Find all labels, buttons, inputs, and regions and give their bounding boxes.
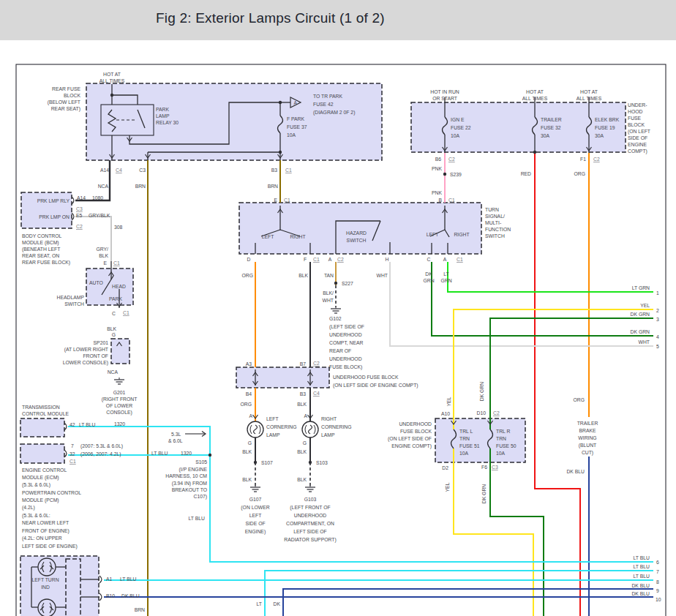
label: RED xyxy=(521,171,531,176)
wire-dkblu-9 xyxy=(283,589,653,616)
label: ALL TIMES xyxy=(99,78,125,83)
label: ENGINE) xyxy=(245,529,266,535)
label: FUSE 51 xyxy=(459,443,480,448)
wire-red xyxy=(535,153,580,616)
label: E xyxy=(103,260,107,266)
label: LAMP xyxy=(321,432,335,437)
label: PRK LMP ON xyxy=(39,214,70,219)
label: LT BLU xyxy=(189,516,206,521)
label: & 6.0L xyxy=(168,438,183,443)
label: (4.2L: ON UPPER xyxy=(22,536,62,541)
label: 6 xyxy=(656,560,659,565)
label: TRANSMISSION xyxy=(22,405,60,410)
label: TRN xyxy=(459,436,470,441)
label: BRN xyxy=(135,607,145,612)
label: 1 xyxy=(656,290,659,296)
label: LEFT TURN xyxy=(31,577,59,582)
label: LEFT xyxy=(262,234,274,239)
label: GRY/BLK xyxy=(89,213,110,218)
lamp-filament-icon xyxy=(254,425,258,434)
label: LOWER CONSOLE) xyxy=(63,360,108,366)
label: LT xyxy=(257,601,262,606)
label: DK BLU xyxy=(566,469,585,474)
label: ORG xyxy=(574,397,585,402)
label: HOT AT xyxy=(103,72,121,77)
splice-dot xyxy=(533,151,536,154)
ecm xyxy=(20,444,64,463)
label: OR START xyxy=(432,96,457,101)
label: HOT AT xyxy=(526,89,544,94)
label: A xyxy=(443,257,447,262)
label: COMPT) xyxy=(628,149,647,154)
label: S105 xyxy=(195,459,207,465)
label: PNK xyxy=(432,190,442,195)
label: B7 xyxy=(300,361,307,367)
label: DK xyxy=(274,601,281,606)
label: LT BLU xyxy=(79,422,96,427)
label: 7 xyxy=(71,443,74,448)
label: BODY CONTROL xyxy=(22,233,61,238)
label: BLK xyxy=(297,477,307,482)
label: C3 xyxy=(139,168,146,173)
label: WHT xyxy=(377,273,388,278)
label: A xyxy=(328,257,332,262)
label: H xyxy=(386,257,389,262)
label: HARNESS, 10 CM xyxy=(165,473,207,478)
label: SIDE OF xyxy=(245,521,265,526)
splice-dot xyxy=(209,454,211,457)
label: F6 xyxy=(481,465,487,470)
label: DK BLU xyxy=(631,591,650,596)
ground-icon xyxy=(250,485,260,492)
label: B6 xyxy=(435,157,442,162)
label: 1080 xyxy=(92,195,103,200)
label: PRK LMP RLY xyxy=(37,198,70,203)
label: C xyxy=(112,311,116,316)
label: 42 xyxy=(70,422,75,427)
ground-icon xyxy=(114,378,124,384)
label: B4 xyxy=(246,391,252,397)
label: BRAKE xyxy=(579,428,596,433)
label: G xyxy=(248,440,252,446)
label: IND xyxy=(41,585,50,590)
label: FUSE BLOCK xyxy=(400,429,432,434)
label: TRAILER xyxy=(577,421,598,426)
splice-dot xyxy=(254,461,257,464)
label: OF LOWER xyxy=(106,403,132,408)
label: BLK xyxy=(297,402,307,407)
connector-label: C4 xyxy=(116,168,122,173)
label: F PARK xyxy=(287,116,305,121)
label: 10A xyxy=(459,451,469,456)
label: G102 xyxy=(329,316,342,321)
label: A10 xyxy=(441,411,450,416)
label: (5.3L & 6.0L: xyxy=(22,513,50,519)
label: ALL TIMES xyxy=(577,96,602,101)
label: 32 xyxy=(70,451,75,457)
label: (4.2L) xyxy=(22,505,35,511)
label: REAR FUSE BLOCK) xyxy=(22,260,70,266)
label: RIGHT xyxy=(321,416,337,421)
label: POWERTRAIN CONTROL xyxy=(22,490,81,495)
wire-ltblu-1320a xyxy=(68,427,653,562)
label: 1320 xyxy=(114,421,125,427)
label: RELAY 30 xyxy=(156,120,179,125)
label: 7 xyxy=(656,569,659,574)
label: F1 xyxy=(580,157,586,162)
label: (LEFT FRONT OF xyxy=(290,505,330,511)
label: DK BLU xyxy=(121,593,140,598)
label: LEFT xyxy=(266,416,279,421)
label: A1 xyxy=(106,576,113,582)
label: F xyxy=(304,257,307,262)
splice-dot xyxy=(110,94,113,97)
label: (RIGHT FRONT xyxy=(102,397,138,402)
label: BLK xyxy=(107,326,116,331)
label: BLK xyxy=(242,449,252,454)
connector-label: C2 xyxy=(337,257,344,262)
label: SWITCH xyxy=(64,301,84,307)
label: ORG xyxy=(241,402,252,407)
label: FUSE 50 xyxy=(496,443,517,448)
cornering-fuse-block xyxy=(236,367,329,388)
label: REAR SEAT) xyxy=(51,106,80,112)
label: (DIAGRAM 2 0F 2) xyxy=(313,110,355,116)
wire-yel2 xyxy=(454,448,533,616)
label: GRY/ xyxy=(97,247,109,252)
